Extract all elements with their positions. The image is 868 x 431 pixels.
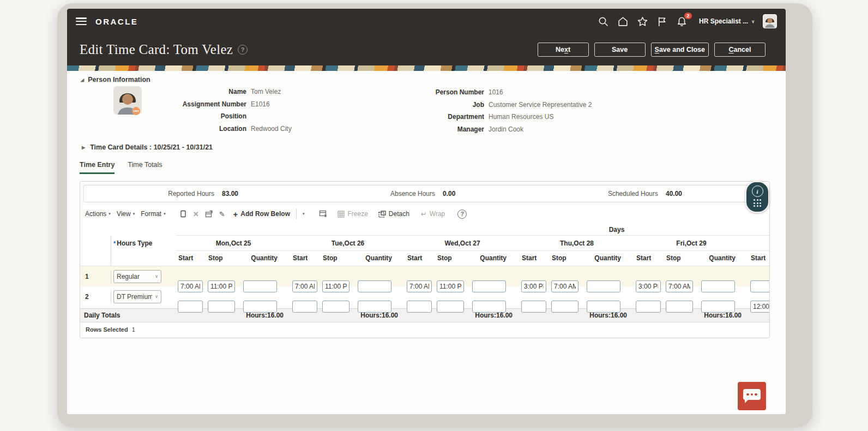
save-and-close-button[interactable]: Save and Close bbox=[651, 43, 709, 57]
stop-time-input[interactable] bbox=[208, 301, 235, 313]
grid-dots-icon bbox=[746, 199, 768, 207]
stop-time-input[interactable] bbox=[322, 280, 349, 292]
stop-time-input[interactable] bbox=[551, 301, 578, 313]
actions-menu[interactable]: Actions▾ bbox=[85, 210, 111, 218]
start-time-input[interactable] bbox=[521, 280, 546, 292]
add-row-options-caret[interactable]: ▾ bbox=[303, 212, 305, 216]
person-fields-right: Person Number1016 JobCustomer Service Re… bbox=[416, 86, 592, 135]
stop-time-input[interactable] bbox=[437, 301, 464, 313]
start-header: Start bbox=[636, 254, 651, 262]
stop-time-input[interactable] bbox=[551, 280, 578, 292]
quantity-input[interactable] bbox=[358, 301, 391, 313]
day-sub-headers-partial: Start bbox=[749, 251, 769, 266]
user-menu[interactable]: HR Specialist ... ∨ bbox=[699, 17, 755, 25]
day-sub-headers: StartStopQuantity bbox=[291, 251, 405, 266]
quantity-input[interactable] bbox=[701, 280, 735, 292]
start-time-input[interactable] bbox=[178, 280, 203, 292]
search-icon[interactable] bbox=[598, 16, 609, 27]
time-card-details-toggle[interactable]: ▶ Time Card Details : 10/25/21 - 10/31/2… bbox=[82, 143, 213, 151]
quantity-input[interactable] bbox=[587, 301, 620, 313]
required-marker: * bbox=[113, 240, 116, 247]
table-help-icon[interactable]: ? bbox=[457, 209, 467, 219]
day-column-header: Thu,Oct 28 bbox=[520, 236, 634, 251]
day-header-row: * Hours Type Mon,Oct 25Tue,Oct 26Wed,Oct… bbox=[80, 236, 769, 251]
chevron-down-icon: ∨ bbox=[152, 294, 161, 299]
form-icon[interactable] bbox=[179, 210, 187, 218]
global-header: ORACLE 2 HR Specialist ... ∨ bbox=[67, 9, 786, 34]
quantity-input[interactable] bbox=[243, 280, 277, 292]
stop-time-input[interactable] bbox=[437, 280, 464, 292]
hours-type-select[interactable]: DT Premium∨ bbox=[113, 290, 161, 303]
sub-header-spacer bbox=[80, 251, 111, 266]
start-time-input[interactable] bbox=[407, 280, 432, 292]
start-time-input[interactable] bbox=[521, 301, 546, 313]
view-menu[interactable]: View▾ bbox=[117, 210, 135, 218]
hours-type-cell: DT Premium∨ bbox=[111, 290, 176, 303]
field-value: E1016 bbox=[251, 100, 270, 108]
stop-time-input[interactable] bbox=[322, 301, 349, 313]
absence-hours: Absence Hours 0.00 bbox=[348, 190, 455, 197]
tab-time-totals[interactable]: Time Totals bbox=[128, 161, 162, 174]
guided-learning-widget[interactable]: i bbox=[745, 181, 769, 213]
chevron-down-icon: ▾ bbox=[108, 212, 111, 216]
quantity-header: Quantity bbox=[594, 254, 621, 262]
start-time-input[interactable] bbox=[407, 301, 432, 313]
next-button[interactable]: Next bbox=[538, 43, 589, 57]
detach-button[interactable]: Detach bbox=[378, 210, 409, 218]
quantity-header: Quantity bbox=[365, 254, 392, 262]
daily-totals-values: Hours:16.00Hours:16.00Hours:16.00Hours:1… bbox=[176, 312, 749, 319]
start-time-input[interactable] bbox=[636, 301, 661, 313]
start-time-input[interactable] bbox=[636, 280, 661, 292]
decorative-banner bbox=[67, 65, 786, 71]
hours-type-value: DT Premium bbox=[114, 293, 152, 301]
favorites-icon[interactable] bbox=[637, 16, 648, 27]
format-menu[interactable]: Format▾ bbox=[141, 210, 166, 218]
quantity-input[interactable] bbox=[472, 280, 506, 292]
expand-triangle-icon: ▶ bbox=[82, 145, 85, 150]
flag-icon[interactable] bbox=[656, 16, 668, 27]
start-time-input[interactable] bbox=[750, 280, 769, 292]
notifications[interactable]: 2 bbox=[676, 16, 688, 27]
field-value: Jordin Cook bbox=[489, 125, 523, 133]
home-icon[interactable] bbox=[617, 16, 629, 27]
quantity-input[interactable] bbox=[358, 280, 391, 292]
tab-time-entry[interactable]: Time Entry bbox=[80, 161, 114, 174]
help-icon[interactable]: ? bbox=[238, 45, 248, 55]
cancel-button[interactable]: Cancel bbox=[714, 43, 765, 57]
chat-assistant-button[interactable] bbox=[738, 382, 766, 410]
stop-time-input[interactable] bbox=[666, 280, 693, 292]
hours-type-select[interactable]: Regular∨ bbox=[113, 270, 161, 283]
stop-time-input[interactable] bbox=[666, 301, 693, 313]
hours-type-header: * Hours Type bbox=[111, 236, 176, 251]
daily-totals-label: Daily Totals bbox=[80, 312, 176, 319]
quantity-input[interactable] bbox=[587, 280, 620, 292]
start-time-input[interactable] bbox=[750, 301, 769, 313]
quantity-input[interactable] bbox=[243, 301, 277, 313]
user-avatar[interactable] bbox=[763, 14, 777, 28]
time-entry-panel: Reported Hours 83.00 Absence Hours 0.00 … bbox=[80, 181, 770, 338]
quantity-header: Quantity bbox=[480, 254, 507, 262]
delete-icon[interactable]: ✕ bbox=[193, 211, 199, 218]
add-row-below-button[interactable]: + Add Row Below bbox=[233, 210, 290, 218]
start-time-input[interactable] bbox=[292, 301, 317, 313]
field-value: 1016 bbox=[489, 88, 503, 96]
hours-type-value: Regular bbox=[114, 273, 152, 280]
field-value: Redwood City bbox=[251, 125, 292, 133]
daily-total-value: Hours:16.00 bbox=[405, 312, 520, 319]
quantity-input[interactable] bbox=[701, 301, 735, 313]
save-button[interactable]: Save bbox=[594, 43, 646, 57]
start-time-input[interactable] bbox=[292, 280, 317, 292]
quantity-input[interactable] bbox=[472, 301, 506, 313]
start-time-input[interactable] bbox=[178, 301, 203, 313]
paste-rows-icon[interactable] bbox=[205, 210, 213, 218]
rows-selected-status: Rows Selected 1 bbox=[86, 326, 769, 333]
quantity-header: Quantity bbox=[709, 254, 736, 262]
app-window: ORACLE 2 HR Specialist ... ∨ bbox=[67, 9, 786, 414]
hamburger-menu-icon[interactable] bbox=[76, 17, 87, 25]
day-column-header: Mon,Oct 25 bbox=[176, 236, 291, 251]
field-label: Manager bbox=[416, 125, 484, 133]
stop-time-input[interactable] bbox=[208, 280, 235, 292]
export-icon[interactable] bbox=[319, 210, 327, 218]
person-information-section-header[interactable]: ◢ Person Information bbox=[81, 76, 150, 83]
edit-icon[interactable]: ✎ bbox=[219, 211, 225, 218]
